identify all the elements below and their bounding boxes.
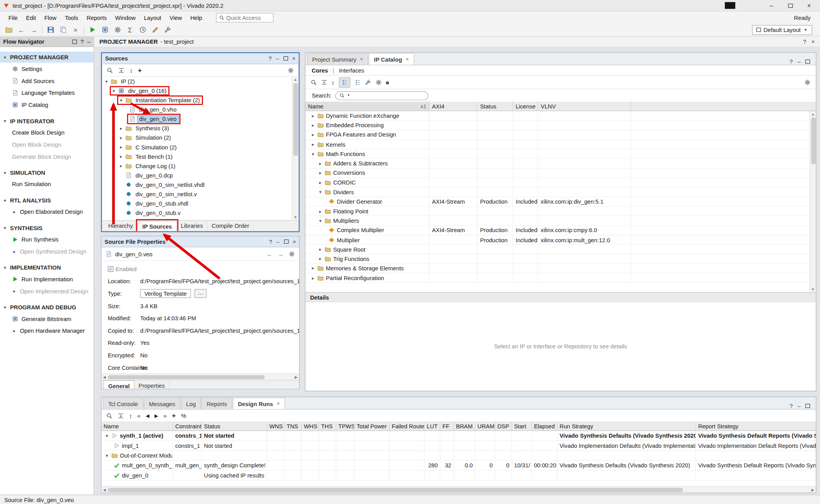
tab-messages[interactable]: Messages (144, 398, 180, 409)
chevron-down-icon[interactable]: ▾ (104, 79, 109, 84)
properties-panel-titlebar[interactable]: Source File Properties ? – × (102, 236, 299, 247)
tab-tcl-console[interactable]: Tcl Console (103, 398, 143, 409)
help-icon[interactable]: ? (803, 39, 806, 45)
search-icon[interactable] (311, 79, 317, 85)
catalog-row[interactable]: ▸ Square Root (305, 245, 816, 254)
catalog-row[interactable]: ▸ Kernels (305, 140, 816, 149)
help-icon[interactable]: ? (790, 403, 793, 409)
run-row-synth-1[interactable]: ▾ synth_1 (active) constrs_1 Not started… (102, 431, 816, 441)
chevron-right-icon[interactable]: ▸ (119, 135, 123, 140)
gear-icon[interactable] (288, 67, 294, 73)
chevron-down-icon[interactable]: ▾ (3, 197, 7, 202)
catalog-row-complex-multiplier[interactable]: Complex Multiplier AXI4-Stream Productio… (305, 226, 816, 235)
chevron-down-icon[interactable]: ▾ (318, 218, 323, 223)
tab-reports[interactable]: Reports (201, 398, 232, 409)
column-header[interactable]: Total Power (355, 422, 390, 430)
tab-libraries[interactable]: Libraries (176, 221, 207, 231)
horizontal-scrollbar[interactable]: ◀ ▶ (102, 486, 816, 493)
catalog-search-box[interactable]: ▾ (335, 91, 428, 100)
float-icon[interactable] (283, 56, 288, 60)
help-icon[interactable]: ? (269, 238, 272, 245)
undo-icon[interactable]: ← (15, 24, 27, 35)
gear-icon[interactable] (289, 251, 295, 257)
catalog-row[interactable]: ▸ Partial Reconfiguration (305, 273, 816, 283)
copy-icon[interactable] (57, 24, 69, 35)
vertical-scrollbar[interactable]: ▲ ▼ (809, 111, 816, 292)
chevron-right-icon[interactable]: ▸ (119, 144, 123, 149)
skip-forward-icon[interactable]: » (163, 412, 166, 419)
chevron-right-icon[interactable]: ▸ (311, 113, 316, 118)
tree-item-stub-vhdl[interactable]: div_gen_0_stub.vhdl (102, 199, 292, 208)
menu-file[interactable]: File (4, 12, 22, 23)
collapse-all-icon[interactable] (321, 79, 327, 85)
column-header[interactable]: URAM (475, 422, 495, 430)
catalog-row[interactable]: ▸ FPGA Features and Design (305, 130, 816, 140)
chevron-down-icon[interactable]: ▾ (119, 98, 123, 103)
tree-item-stub-v[interactable]: div_gen_0_stub.v (102, 208, 292, 218)
tab-compile-order[interactable]: Compile Order (208, 221, 254, 231)
type-browse-button[interactable]: ··· (194, 289, 207, 298)
collapse-all-icon[interactable] (118, 412, 124, 419)
nav-item-add-sources[interactable]: Add Sources (0, 75, 94, 87)
tree-item-div-gen-0-vho[interactable]: div_gen_0.vho (102, 105, 292, 114)
tree-item-sim-netlist-vhdl[interactable]: div_gen_0_sim_netlist.vhdl (102, 180, 292, 189)
add-run-icon[interactable]: + (172, 412, 176, 419)
search-icon[interactable] (106, 412, 112, 419)
edit-icon[interactable] (149, 24, 161, 35)
catalog-row-divider-generator[interactable]: Divider Generator AXI4-Stream Production… (305, 197, 816, 206)
column-header[interactable]: Status (202, 422, 267, 430)
percent-icon[interactable]: % (181, 412, 186, 419)
column-header[interactable]: Name (102, 422, 173, 430)
tree-item-instantiation-template[interactable]: ▾ Instantiation Template (2) (102, 96, 292, 105)
column-header[interactable]: BRAM (454, 422, 476, 430)
run-row-impl-1[interactable]: impl_1 constrs_1 Not started Vivado Impl… (102, 441, 816, 451)
catalog-row[interactable]: ▾ Math Functions (305, 149, 816, 159)
tab-ip-catalog[interactable]: IP Catalog × (369, 53, 414, 64)
chevron-down-icon[interactable]: ▾ (311, 151, 316, 156)
scroll-up-icon[interactable]: ▲ (292, 78, 299, 81)
chevron-right-icon[interactable]: ▸ (12, 328, 17, 333)
minimize-icon[interactable]: – (276, 238, 280, 245)
catalog-row[interactable]: ▸ Embedded Processing (305, 121, 816, 130)
help-icon[interactable]: ? (80, 38, 84, 44)
scrollbar-thumb[interactable] (293, 83, 298, 156)
open-project-icon[interactable] (3, 24, 15, 35)
vertical-scrollbar[interactable]: ▲ ▼ (292, 77, 298, 220)
column-header[interactable]: FF (440, 422, 454, 430)
column-header[interactable]: Constraints (173, 422, 202, 430)
column-header[interactable]: DSP (495, 422, 512, 430)
chevron-down-icon[interactable]: ▾ (111, 88, 116, 93)
chevron-right-icon[interactable]: ▸ (311, 275, 316, 280)
nav-item-create-block-design[interactable]: Create Block Design (0, 126, 94, 138)
catalog-row[interactable]: ▸ Floating Point (305, 207, 816, 216)
minimize-button[interactable]: – (763, 0, 779, 11)
subtab-interfaces[interactable]: Interfaces (339, 67, 364, 73)
chevron-down-icon[interactable]: ▾ (3, 55, 7, 60)
minimize-icon[interactable]: – (276, 55, 279, 62)
chevron-down-icon[interactable]: ▾ (318, 190, 323, 195)
sort-icon[interactable]: ↕ (129, 412, 132, 419)
chevron-down-icon[interactable]: ▾ (3, 118, 7, 123)
collapse-all-icon[interactable] (118, 67, 125, 73)
sum-icon[interactable]: Σ (124, 24, 136, 35)
float-icon[interactable] (284, 240, 289, 244)
sort-icon[interactable]: ↕ (332, 79, 334, 85)
close-button[interactable]: × (801, 0, 817, 11)
nav-item-generate-bitstream[interactable]: Generate Bitstream (0, 312, 94, 325)
column-header-axi4[interactable]: AXI4 (430, 102, 478, 111)
chevron-down-icon[interactable]: ▾ (3, 265, 7, 270)
redo-icon[interactable]: → (28, 24, 40, 35)
chevron-right-icon[interactable]: ▸ (311, 266, 316, 271)
chevron-down-icon[interactable]: ▾ (105, 433, 109, 438)
quick-access-box[interactable] (216, 13, 273, 22)
nav-item-open-elaborated-design[interactable]: ▸ Open Elaborated Design (0, 206, 94, 218)
catalog-row[interactable]: ▾ Dividers (305, 188, 816, 197)
minimize-icon[interactable]: – (797, 403, 800, 409)
nav-item-ip-catalog[interactable]: IP Catalog (0, 99, 94, 111)
catalog-row[interactable]: ▾ Multipliers (305, 216, 816, 225)
chevron-right-icon[interactable]: ▸ (119, 154, 123, 159)
tab-log[interactable]: Log (181, 398, 201, 409)
column-header[interactable]: Report Strategy (696, 422, 816, 430)
scrollbar-thumb[interactable] (811, 117, 816, 164)
ip-integrator-icon[interactable] (99, 24, 111, 35)
